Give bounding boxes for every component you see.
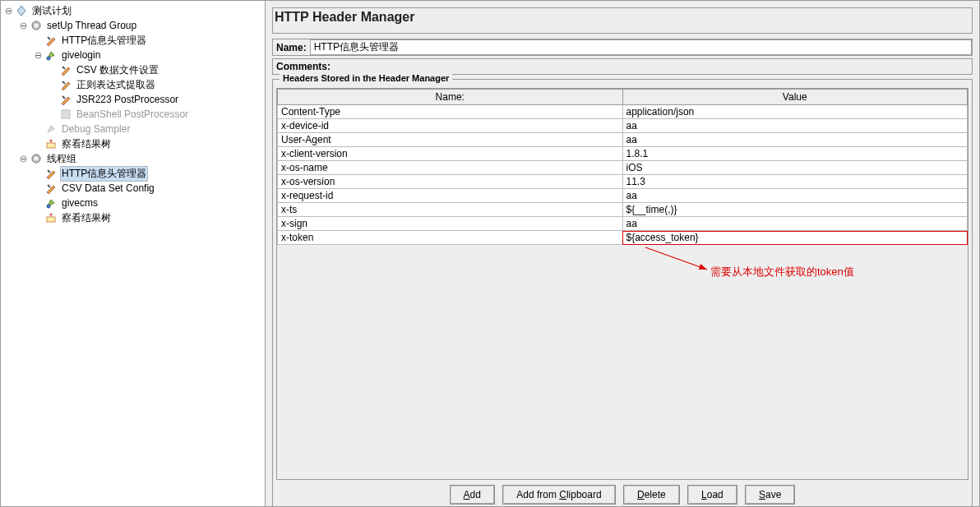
group-title: Headers Stored in the Header Manager (280, 73, 452, 83)
tree-node-csv-config[interactable]: CSV Data Set Config (3, 181, 262, 196)
config-icon (44, 34, 58, 47)
tree-label: 线程组 (45, 152, 78, 166)
tree-node-regex-extractor[interactable]: 正则表达式提取器 (3, 77, 262, 92)
comments-label: Comments: (273, 59, 334, 74)
header-name-cell[interactable]: Content-Type (278, 105, 623, 119)
tree-label: CSV 数据文件设置 (75, 63, 160, 77)
header-name-cell[interactable]: x-token (278, 231, 623, 245)
header-name-cell[interactable]: x-sign (278, 217, 623, 231)
tree-label: BeanShell PostProcessor (75, 108, 190, 120)
tree-label: CSV Data Set Config (60, 182, 156, 194)
table-row[interactable]: x-signaa (278, 217, 968, 231)
table-row[interactable]: x-client-version1.8.1 (278, 147, 968, 161)
table-row[interactable]: x-token${access_token} (278, 231, 968, 245)
config-icon (59, 63, 72, 76)
headers-table[interactable]: Name: Value Content-Typeapplication/json… (277, 89, 968, 245)
tree-toggle-icon[interactable] (20, 155, 27, 163)
tree-node-beanshell[interactable]: BeanShell PostProcessor (3, 107, 262, 122)
gear-icon (30, 152, 43, 165)
header-value-cell[interactable]: iOS (622, 161, 968, 175)
tree-toggle-icon[interactable] (5, 7, 12, 15)
svg-rect-10 (47, 143, 55, 148)
save-button[interactable]: Save (745, 485, 795, 505)
tree-node-givecms[interactable]: givecms (3, 196, 262, 210)
header-name-cell[interactable]: x-client-version (278, 147, 623, 161)
header-value-cell[interactable]: aa (622, 189, 968, 203)
sampler-disabled-icon (44, 122, 58, 136)
table-row[interactable]: x-os-version11.3 (278, 175, 968, 189)
table-row[interactable]: x-device-idaa (278, 119, 968, 133)
header-value-cell[interactable]: aa (622, 217, 968, 231)
svg-rect-9 (62, 110, 70, 118)
col-value-header[interactable]: Value (622, 90, 968, 105)
table-row[interactable]: x-ts${__time(,)} (278, 203, 968, 217)
headers-table-container: Name: Value Content-Typeapplication/json… (276, 88, 968, 480)
postprocessor-disabled-icon (59, 108, 72, 121)
page-title: HTTP Header Manager (275, 10, 970, 25)
config-icon (44, 182, 58, 195)
svg-point-8 (47, 57, 50, 60)
tree-node-testplan[interactable]: 测试计划 (3, 3, 262, 18)
tree-node-debug-sampler[interactable]: Debug Sampler (3, 122, 262, 136)
tree-node-jsr223[interactable]: JSR223 PostProcessor (3, 92, 262, 107)
tree-label: HTTP信息头管理器 (60, 166, 148, 182)
col-name-header[interactable]: Name: (278, 90, 623, 105)
listener-icon (44, 137, 58, 150)
table-row[interactable]: User-Agentaa (278, 133, 968, 147)
svg-point-14 (35, 157, 38, 160)
name-input[interactable] (310, 39, 972, 55)
svg-point-5 (35, 24, 38, 27)
tree-label: Debug Sampler (60, 123, 132, 135)
header-value-cell[interactable]: 11.3 (622, 175, 968, 189)
header-value-cell[interactable]: aa (622, 119, 968, 133)
svg-rect-16 (47, 217, 55, 222)
header-value-cell[interactable]: 1.8.1 (622, 147, 968, 161)
header-value-cell[interactable]: application/json (622, 105, 968, 119)
tree-node-thread-group[interactable]: 线程组 (3, 151, 262, 166)
button-row: Add Add from Clipboard Delete Load Save (276, 485, 968, 505)
gear-icon (30, 19, 43, 32)
header-value-cell[interactable]: ${__time(,)} (622, 203, 968, 217)
header-value-cell[interactable]: aa (622, 133, 968, 147)
header-name-cell[interactable]: x-request-id (278, 189, 623, 203)
table-row[interactable]: x-os-nameiOS (278, 161, 968, 175)
postprocessor-icon (59, 93, 72, 106)
table-row[interactable]: x-request-idaa (278, 189, 968, 203)
tree-node-csv-data[interactable]: CSV 数据文件设置 (3, 62, 262, 77)
header-name-cell[interactable]: x-os-name (278, 161, 623, 175)
sampler-icon (44, 48, 58, 62)
header-name-cell[interactable]: x-os-version (278, 175, 623, 189)
header-value-cell[interactable]: ${access_token} (622, 231, 968, 245)
main-panel: HTTP Header Manager Name: Comments: Head… (266, 0, 980, 507)
tree-toggle-icon[interactable] (20, 22, 27, 30)
table-empty-area (277, 245, 968, 479)
tree-label: setUp Thread Group (45, 20, 138, 31)
tree-label: 察看结果树 (60, 211, 113, 225)
config-icon (44, 167, 58, 180)
tree-node-givelogin[interactable]: givelogin (3, 48, 262, 62)
header-name-cell[interactable]: x-device-id (278, 119, 623, 133)
tree-node-result-tree[interactable]: 察看结果树 (3, 136, 262, 151)
tree-label: HTTP信息头管理器 (60, 34, 148, 48)
tree-label: 察看结果树 (60, 137, 113, 151)
add-from-clipboard-button[interactable]: Add from Clipboard (502, 485, 615, 505)
tree-node-http-header-manager-selected[interactable]: HTTP信息头管理器 (3, 166, 262, 181)
add-button[interactable]: Add (450, 485, 495, 505)
tree-toggle-icon[interactable] (35, 52, 42, 59)
sampler-icon (44, 196, 58, 210)
name-label: Name: (273, 40, 310, 55)
tree-node-http-header-manager[interactable]: HTTP信息头管理器 (3, 33, 262, 48)
tree-label: JSR223 PostProcessor (75, 94, 180, 105)
header-name-cell[interactable]: User-Agent (278, 133, 623, 147)
header-name-cell[interactable]: x-ts (278, 203, 623, 217)
listener-icon (44, 211, 58, 224)
load-button[interactable]: Load (687, 485, 737, 505)
table-row[interactable]: Content-Typeapplication/json (278, 105, 968, 119)
tree-label: givecms (60, 197, 99, 209)
delete-button[interactable]: Delete (623, 485, 680, 505)
tree-node-result-tree2[interactable]: 察看结果树 (3, 210, 262, 225)
tree-label: givelogin (60, 49, 102, 61)
tree-node-setup-thread-group[interactable]: setUp Thread Group (3, 18, 262, 33)
tree-panel: 测试计划 setUp Thread Group HTTP信息头管理器 givel… (0, 0, 266, 507)
testplan-icon (15, 4, 28, 17)
